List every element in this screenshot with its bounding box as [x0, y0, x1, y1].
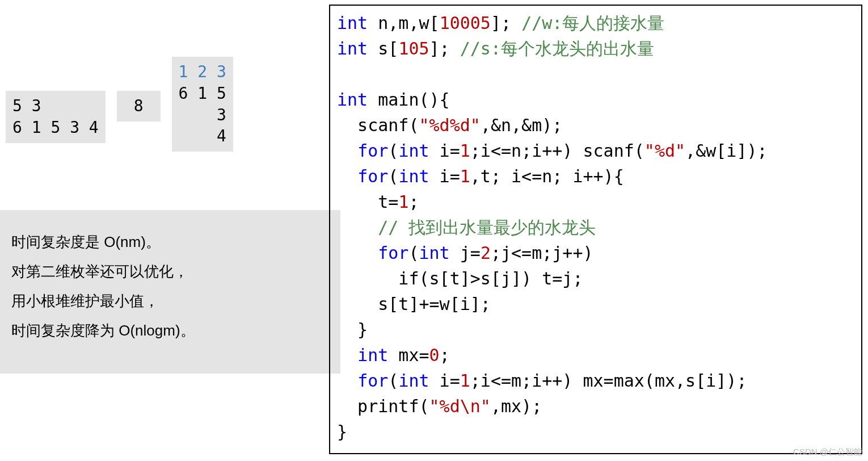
code-text: ];: [491, 13, 521, 33]
table-row: 4: [179, 125, 226, 147]
code-number: 10005: [440, 13, 491, 33]
table-row: 6 1 5: [179, 83, 226, 104]
code-text: ,&w[i]);: [685, 141, 768, 161]
code-keyword: int: [357, 345, 388, 365]
code-text: ;i<=m;i++) mx=max(mx,s[i]);: [470, 371, 747, 391]
code-number: 1: [398, 192, 408, 212]
code-text: }: [337, 422, 347, 442]
code-text: i=: [429, 166, 460, 186]
code-keyword: int: [337, 13, 368, 33]
code-text: }: [337, 320, 368, 340]
code-text: (: [408, 243, 419, 263]
data-boxes-row: 5 3 6 1 5 3 4 8 1 2 3 6 1 5 3 4: [0, 0, 329, 152]
code-number: 0: [429, 345, 440, 365]
code-keyword: int: [398, 371, 429, 391]
code-keyword: for: [378, 243, 408, 263]
note-line: 对第二维枚举还可以优化，: [11, 257, 329, 286]
code-text: [337, 217, 378, 237]
watermark: CSDN @仁公智能: [793, 447, 862, 458]
code-text: printf(: [337, 396, 429, 416]
code-text: main(){: [368, 90, 450, 110]
code-panel: int n,m,w[10005]; //w:每人的接水量 int s[105];…: [329, 5, 862, 454]
complexity-note: 时间复杂度是 O(nm)。 对第二维枚举还可以优化， 用小根堆维护最小值， 时间…: [0, 210, 340, 374]
code-text: mx=: [388, 345, 429, 365]
code-number: 1: [460, 371, 470, 391]
note-line: 时间复杂度是 O(nm)。: [11, 227, 329, 257]
code-text: j=: [450, 243, 481, 263]
output-box: 8: [117, 91, 161, 121]
code-text: ,t; i<=n; i++){: [470, 166, 624, 186]
code-text: [337, 371, 357, 391]
code-text: [337, 345, 357, 365]
code-text: (: [388, 141, 398, 161]
code-text: ,&n,&m);: [481, 115, 563, 135]
input-box-1: 5 3 6 1 5 3 4: [6, 91, 106, 143]
code-keyword: int: [398, 141, 429, 161]
code-text: ;i<=n;i++) scanf(: [470, 141, 644, 161]
table-row: 3: [179, 104, 226, 126]
input-box-1-line2: 6 1 5 3 4: [12, 117, 99, 139]
code-text: i=: [429, 141, 460, 161]
code-text: s[: [368, 39, 398, 58]
code-text: [337, 141, 357, 161]
code-comment: //s:每个水龙头的出水量: [460, 39, 654, 58]
input-box-1-line1: 5 3: [12, 95, 99, 117]
table-box: 1 2 3 6 1 5 3 4: [172, 57, 233, 152]
code-text: ];: [429, 39, 460, 58]
left-column: 5 3 6 1 5 3 4 8 1 2 3 6 1 5 3 4 时间复杂度是 O…: [0, 0, 329, 152]
output-value: 8: [134, 95, 144, 117]
code-text: (: [388, 371, 398, 391]
code-string: "%d": [644, 141, 685, 161]
code-text: [337, 243, 378, 263]
code-keyword: for: [357, 141, 388, 161]
code-number: 1: [460, 141, 470, 161]
code-text: ;: [440, 345, 450, 365]
code-number: 1: [460, 166, 470, 186]
code-text: ;j<=m;j++): [491, 243, 593, 263]
code-keyword: int: [398, 166, 429, 186]
code-text: s[t]+=w[i];: [337, 294, 491, 314]
code-keyword: int: [337, 90, 368, 110]
code-number: 105: [398, 39, 429, 58]
code-text: i=: [429, 371, 460, 391]
code-text: n,m,w[: [368, 13, 439, 33]
code-string: "%d\n": [429, 396, 491, 416]
code-text: if(s[t]>s[j]) t=j;: [337, 269, 583, 288]
code-keyword: for: [357, 371, 388, 391]
code-text: t=: [337, 192, 398, 212]
note-line: 用小根堆维护最小值，: [11, 286, 329, 316]
code-keyword: for: [357, 166, 388, 186]
code-keyword: int: [419, 243, 450, 263]
table-header: 1 2 3: [179, 61, 226, 83]
code-text: ,mx);: [491, 396, 542, 416]
code-text: ;: [408, 192, 419, 212]
code-comment: // 找到出水量最少的水龙头: [378, 217, 596, 237]
note-line: 时间复杂度降为 O(nlogm)。: [11, 316, 329, 345]
code-text: [337, 166, 357, 186]
code-comment: //w:每人的接水量: [521, 13, 664, 33]
code-text: scanf(: [337, 115, 419, 135]
code-text: (: [388, 166, 398, 186]
code-keyword: int: [337, 39, 368, 58]
code-number: 2: [481, 243, 491, 263]
code-string: "%d%d": [419, 115, 481, 135]
